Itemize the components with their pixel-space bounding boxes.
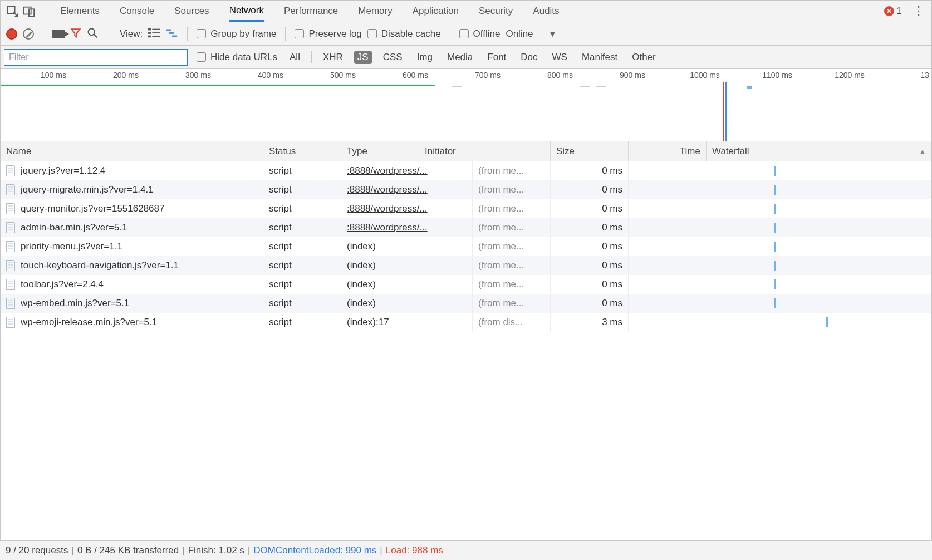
svg-rect-7 xyxy=(153,32,161,33)
filter-chip-media[interactable]: Media xyxy=(444,51,476,64)
filter-chip-font[interactable]: Font xyxy=(484,51,509,64)
tab-audits[interactable]: Audits xyxy=(533,1,559,22)
device-toggle-icon[interactable] xyxy=(23,5,35,17)
request-row[interactable]: jquery-migrate.min.js?ver=1.4.1200script… xyxy=(1,180,931,199)
tab-console[interactable]: Console xyxy=(120,1,154,22)
row-size: (from me... xyxy=(473,161,551,180)
col-name[interactable]: Name xyxy=(1,141,263,161)
filter-chip-doc[interactable]: Doc xyxy=(517,51,541,64)
row-initiator[interactable]: :8888/wordpress/... xyxy=(347,184,428,195)
chevron-down-icon[interactable]: ▼ xyxy=(549,30,557,38)
tick: 300 ms xyxy=(185,71,211,80)
row-name: toolbar.js?ver=2.4.4 xyxy=(21,279,104,290)
filter-toggle-icon[interactable] xyxy=(70,27,81,40)
tab-elements[interactable]: Elements xyxy=(60,1,100,22)
overview-mark xyxy=(452,86,462,87)
tab-memory[interactable]: Memory xyxy=(358,1,392,22)
col-type[interactable]: Type xyxy=(341,141,419,161)
file-icon xyxy=(6,203,15,214)
col-size[interactable]: Size xyxy=(551,141,629,161)
offline-checkbox[interactable]: Offline xyxy=(459,28,501,40)
request-row[interactable]: priority-menu.js?ver=1.1200script(index)… xyxy=(1,237,931,256)
status-finish: Finish: 1.02 s xyxy=(188,545,244,556)
waterfall-bar xyxy=(774,298,776,308)
filter-chip-img[interactable]: Img xyxy=(414,51,436,64)
throttling-select[interactable]: Online xyxy=(506,28,533,40)
record-button[interactable] xyxy=(6,28,17,40)
inspect-icon[interactable] xyxy=(6,5,18,17)
kebab-menu-icon[interactable]: ⋮ xyxy=(909,4,928,18)
search-icon[interactable] xyxy=(87,27,98,40)
disable-cache-checkbox[interactable]: Disable cache xyxy=(367,28,441,40)
network-toolbar: View: Group by frame Preserve log Disabl… xyxy=(1,22,931,46)
tab-performance[interactable]: Performance xyxy=(284,1,338,22)
overview-mark xyxy=(747,86,752,89)
tab-sources[interactable]: Sources xyxy=(174,1,209,22)
divider xyxy=(43,27,43,41)
tab-security[interactable]: Security xyxy=(479,1,513,22)
filter-chip-all[interactable]: All xyxy=(286,51,303,64)
svg-rect-8 xyxy=(148,36,151,38)
hide-data-urls-checkbox[interactable]: Hide data URLs xyxy=(197,52,277,63)
row-initiator[interactable]: :8888/wordpress/... xyxy=(347,203,428,214)
overview-toggle-icon[interactable] xyxy=(166,28,178,40)
large-rows-icon[interactable] xyxy=(148,28,160,40)
row-time: 0 ms xyxy=(551,161,629,180)
waterfall-bar xyxy=(774,166,776,176)
tick: 1200 ms xyxy=(835,71,865,80)
row-name: wp-embed.min.js?ver=5.1 xyxy=(21,298,129,309)
file-icon xyxy=(6,260,15,271)
file-icon xyxy=(6,184,15,195)
row-initiator[interactable]: (index) xyxy=(347,298,376,309)
file-icon xyxy=(6,165,15,176)
tick: 700 ms xyxy=(475,71,501,80)
divider xyxy=(187,27,188,41)
col-time[interactable]: Time xyxy=(629,141,707,161)
request-row[interactable]: admin-bar.min.js?ver=5.1200script:8888/w… xyxy=(1,218,931,237)
tab-application[interactable]: Application xyxy=(413,1,459,22)
row-initiator[interactable]: (index) xyxy=(347,260,376,271)
filter-chip-manifest[interactable]: Manifest xyxy=(578,51,621,64)
screenshot-icon[interactable] xyxy=(52,30,65,38)
overview-mark xyxy=(580,86,590,87)
col-initiator[interactable]: Initiator xyxy=(419,141,551,161)
panel-tabbar: ElementsConsoleSourcesNetworkPerformance… xyxy=(1,1,931,22)
waterfall-bar xyxy=(774,242,776,252)
table-header: Name Status Type Initiator Size Time Wat… xyxy=(1,141,931,161)
request-row[interactable]: query-monitor.js?ver=1551628687200script… xyxy=(1,199,931,218)
tick: 800 ms xyxy=(547,71,573,80)
request-row[interactable]: wp-emoji-release.min.js?ver=5.1200script… xyxy=(1,313,931,332)
row-initiator[interactable]: (index) xyxy=(347,279,376,290)
filter-input[interactable] xyxy=(4,49,188,66)
row-type: script xyxy=(263,313,341,332)
col-status[interactable]: Status xyxy=(263,141,341,161)
filter-chip-ws[interactable]: WS xyxy=(549,51,571,64)
request-row[interactable]: jquery.js?ver=1.12.4200script:8888/wordp… xyxy=(1,161,931,180)
filter-chip-other[interactable]: Other xyxy=(629,51,659,64)
filter-chip-xhr[interactable]: XHR xyxy=(320,51,346,64)
group-by-frame-checkbox[interactable]: Group by frame xyxy=(197,28,276,40)
tick: 1100 ms xyxy=(762,71,792,80)
row-initiator[interactable]: (index):17 xyxy=(347,317,389,328)
row-initiator[interactable]: :8888/wordpress/... xyxy=(347,165,428,176)
request-row[interactable]: toolbar.js?ver=2.4.4200script(index)(fro… xyxy=(1,275,931,294)
row-initiator[interactable]: :8888/wordpress/... xyxy=(347,222,428,233)
timeline-overview[interactable]: 100 ms200 ms300 ms400 ms500 ms600 ms700 … xyxy=(1,69,931,141)
preserve-log-checkbox[interactable]: Preserve log xyxy=(295,28,361,40)
clear-button[interactable] xyxy=(23,28,34,40)
filter-chip-js[interactable]: JS xyxy=(354,51,372,64)
tick: 100 ms xyxy=(41,71,66,80)
status-requests: 9 / 20 requests xyxy=(6,545,68,556)
row-type: script xyxy=(263,237,341,256)
overview-activity-bar xyxy=(1,85,435,86)
view-label: View: xyxy=(120,28,143,40)
tab-network[interactable]: Network xyxy=(229,1,264,22)
col-waterfall[interactable]: Waterfall▲ xyxy=(707,141,931,161)
divider xyxy=(43,4,43,18)
request-row[interactable]: touch-keyboard-navigation.js?ver=1.1200s… xyxy=(1,256,931,275)
filter-chip-css[interactable]: CSS xyxy=(380,51,406,64)
error-badge[interactable]: ✕ 1 xyxy=(884,6,901,16)
row-initiator[interactable]: (index) xyxy=(347,241,376,252)
request-row[interactable]: wp-embed.min.js?ver=5.1200script(index)(… xyxy=(1,294,931,313)
row-time: 0 ms xyxy=(551,275,629,294)
